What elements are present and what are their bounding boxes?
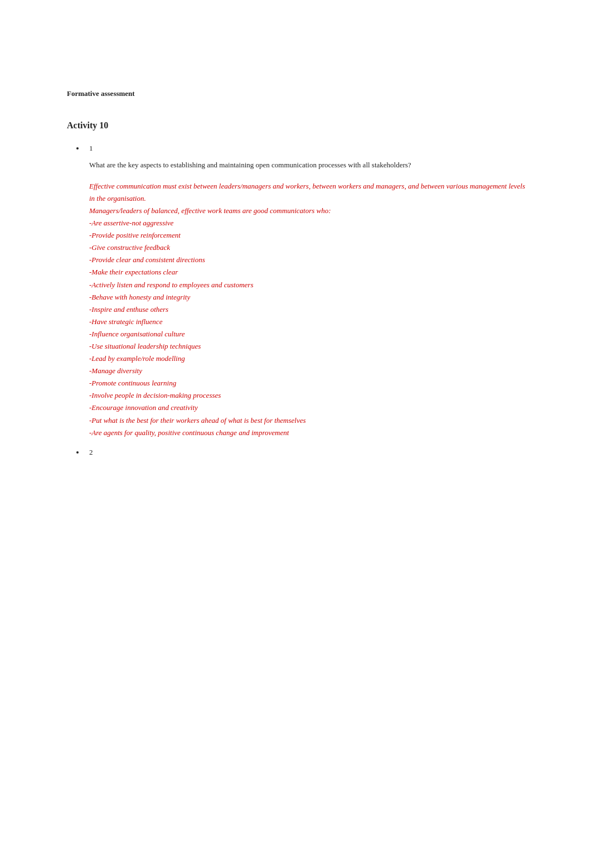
answer-line-4: -Give constructive feedback [89, 242, 525, 254]
answer-line-0: Effective communication must exist betwe… [89, 180, 525, 205]
list-item-2: 2 [85, 448, 525, 457]
answer-line-17: -Encourage innovation and creativity [89, 402, 525, 414]
answer-line-9: -Inspire and enthuse others [89, 303, 525, 316]
formative-title: Formative assessment [67, 89, 525, 98]
answer-line-18: -Put what is the best for their workers … [89, 414, 525, 427]
answer-line-5: -Provide clear and consistent directions [89, 254, 525, 266]
item-1-content: 1 What are the key aspects to establishi… [85, 144, 525, 439]
answer-line-7: -Actively listen and respond to employee… [89, 279, 525, 291]
answer-line-6: -Make their expectations clear [89, 266, 525, 278]
answer-line-1: Managers/leaders of balanced, effective … [89, 205, 525, 217]
list-item: 1 What are the key aspects to establishi… [85, 144, 525, 439]
item-2-number: 2 [89, 448, 525, 457]
answer-line-11: -Influence organisational culture [89, 328, 525, 340]
answer-line-19: -Are agents for quality, positive contin… [89, 427, 525, 439]
activity-title: Activity 10 [67, 120, 525, 131]
answer-line-10: -Have strategic influence [89, 316, 525, 328]
answer-line-8: -Behave with honesty and integrity [89, 291, 525, 303]
answer-line-12: -Use situational leadership techniques [89, 340, 525, 353]
answer-line-14: -Manage diversity [89, 365, 525, 377]
item-1-number: 1 [89, 144, 525, 153]
item-1-question: What are the key aspects to establishing… [89, 160, 525, 171]
answer-line-13: -Lead by example/role modelling [89, 353, 525, 365]
item-1-answer: Effective communication must exist betwe… [89, 180, 525, 439]
activity-list: 1 What are the key aspects to establishi… [67, 144, 525, 457]
answer-line-15: -Promote continuous learning [89, 377, 525, 389]
answer-line-16: -Involve people in decision-making proce… [89, 389, 525, 402]
page-wrapper: Formative assessment Activity 10 1 What … [67, 89, 525, 457]
answer-line-2: -Are assertive-not aggressive [89, 217, 525, 229]
item-2-content: 2 [85, 448, 525, 457]
answer-line-3: -Provide positive reinforcement [89, 229, 525, 242]
activity-section: Activity 10 1 What are the key aspects t… [67, 120, 525, 457]
